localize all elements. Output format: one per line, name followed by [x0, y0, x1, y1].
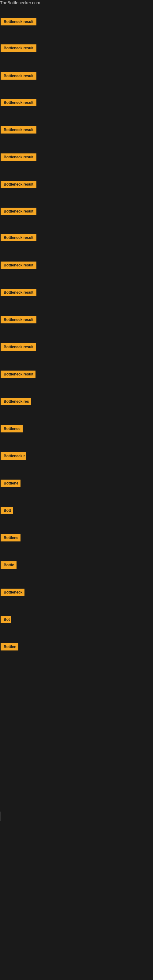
- list-item: Bottle: [0, 561, 16, 571]
- bottleneck-badge[interactable]: Bottleneck result: [1, 126, 37, 134]
- list-item: Bottleneck result: [0, 233, 37, 243]
- list-item: Bottleneck result: [0, 370, 35, 380]
- bottleneck-badge[interactable]: Bottleneck result: [1, 153, 37, 161]
- bottleneck-badge[interactable]: Bottlene: [1, 534, 21, 541]
- list-item: Bottlenec: [0, 425, 22, 434]
- bottleneck-badge[interactable]: Bottleneck result: [1, 289, 37, 296]
- bottleneck-badge[interactable]: Bottleneck res: [1, 398, 31, 405]
- bottleneck-badge[interactable]: Bottle: [1, 562, 16, 569]
- list-item: Bottleneck result: [0, 343, 36, 353]
- bottleneck-badge[interactable]: Bottleneck result: [1, 208, 37, 215]
- list-item: Bottleneck result: [0, 315, 37, 325]
- list-item: Bottlene: [0, 533, 21, 543]
- bottleneck-badge[interactable]: Bottleneck result: [1, 99, 37, 106]
- bottleneck-badge[interactable]: Bottleneck result: [1, 181, 37, 188]
- bottleneck-badge[interactable]: Bottleneck result: [1, 261, 37, 269]
- bottleneck-badge[interactable]: Bott: [1, 507, 13, 514]
- list-item: Bottleneck result: [0, 180, 37, 190]
- list-item: Bottlen: [0, 643, 18, 652]
- bottleneck-badge[interactable]: Bottleneck r: [1, 452, 26, 460]
- list-item: Bottleneck result: [0, 18, 37, 27]
- bottleneck-badge[interactable]: Bottlenec: [1, 425, 22, 433]
- bottleneck-badge[interactable]: Bottleneck result: [1, 371, 35, 378]
- list-item: Bott: [0, 506, 13, 516]
- list-item: Bottlene: [0, 479, 21, 489]
- bottleneck-badge[interactable]: Bottlen: [1, 643, 18, 651]
- bottleneck-badge[interactable]: Bottleneck result: [1, 45, 37, 52]
- bottleneck-badge[interactable]: Bot: [1, 616, 11, 623]
- site-header: TheBottlenecker.com: [0, 0, 153, 5]
- list-item: Bottleneck result: [0, 72, 37, 81]
- bottleneck-badge[interactable]: Bottleneck result: [1, 234, 37, 241]
- list-item: Bottleneck result: [0, 261, 37, 271]
- bottleneck-badge[interactable]: Bottleneck result: [1, 316, 37, 323]
- list-item: Bottleneck result: [0, 98, 37, 108]
- bottleneck-badge[interactable]: Bottleneck result: [1, 72, 37, 80]
- bottleneck-badge[interactable]: Bottleneck result: [1, 18, 37, 25]
- list-item: Bot: [0, 615, 11, 625]
- bottleneck-badge[interactable]: Bottleneck result: [1, 343, 36, 351]
- list-item: Bottleneck result: [0, 153, 37, 162]
- cursor: [1, 811, 1, 821]
- list-item: Bottleneck res: [0, 397, 31, 407]
- list-item: Bottleneck result: [0, 44, 37, 54]
- list-item: Bottleneck: [0, 588, 24, 598]
- list-item: Bottleneck result: [0, 288, 37, 298]
- list-item: Bottleneck result: [0, 207, 37, 217]
- list-item: Bottleneck r: [0, 452, 26, 461]
- list-item: Bottleneck result: [0, 126, 37, 135]
- bottleneck-badge[interactable]: Bottleneck: [1, 589, 24, 596]
- bottleneck-badge[interactable]: Bottlene: [1, 480, 21, 487]
